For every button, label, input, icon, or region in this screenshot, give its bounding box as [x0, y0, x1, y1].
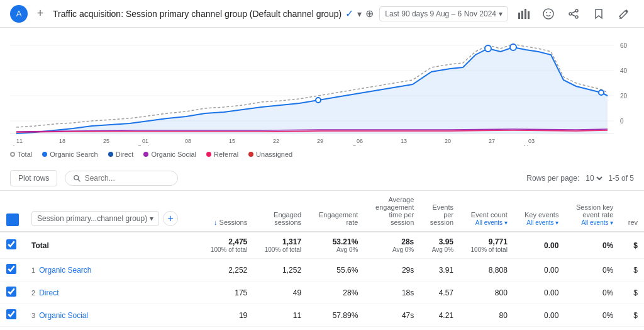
legend-total[interactable]: Total	[10, 151, 32, 158]
dimension-header: Session primary...channel group) ▾ +	[25, 191, 199, 232]
plot-rows-button[interactable]: Plot rows	[10, 170, 57, 186]
row-channel-label[interactable]: Organic Search	[39, 266, 91, 275]
row-sessions: 175	[199, 282, 253, 304]
total-checkbox[interactable]	[6, 239, 16, 249]
row-num: 2	[31, 289, 35, 297]
svg-point-41	[485, 45, 491, 52]
add-tab-button[interactable]: +	[33, 6, 48, 21]
row-key-events: 0.00	[514, 282, 565, 304]
svg-text:Aug: Aug	[12, 144, 22, 146]
row-event-count: 49	[460, 327, 514, 331]
row-label-cell: 4 Referral	[25, 327, 199, 331]
total-events-per-sub: Avg 0%	[426, 246, 453, 253]
session-key-rate-filter[interactable]: All events ▾	[581, 219, 613, 226]
svg-text:29: 29	[317, 138, 323, 144]
total-event-count-sub: 100% of total	[466, 246, 508, 253]
header-actions: Last 90 days 9 Aug – 6 Nov 2024 ▾	[379, 4, 634, 24]
smiley-icon	[542, 8, 555, 20]
total-event-count-cell: 9,771 100% of total	[460, 232, 514, 259]
date-range-text: Last 90 days 9 Aug – 6 Nov 2024	[385, 9, 496, 18]
row-checkbox-cell	[0, 304, 25, 327]
row-engaged: 11	[253, 304, 308, 327]
key-events-filter[interactable]: All events ▾	[526, 219, 558, 226]
share-icon	[567, 8, 580, 20]
svg-text:08: 08	[185, 138, 191, 144]
svg-text:01: 01	[142, 138, 148, 144]
legend-organic-social-label: Organic Social	[151, 151, 196, 158]
svg-text:Oct: Oct	[352, 144, 362, 146]
bookmark-icon	[592, 8, 605, 20]
edit-button[interactable]	[614, 4, 634, 24]
row-avg-time: 18s	[364, 282, 420, 304]
row-avg-time: 11s	[364, 327, 420, 331]
rows-per-page-select[interactable]: 10 25 50	[583, 173, 604, 183]
sessions-header: ↓ Sessions	[199, 191, 253, 232]
title-dropdown-icon[interactable]: ▾	[357, 9, 362, 19]
search-input[interactable]	[85, 174, 170, 183]
row-channel-label[interactable]: Organic Social	[39, 311, 88, 320]
legend-unassigned[interactable]: Unassigned	[248, 151, 292, 158]
svg-text:60: 60	[620, 42, 628, 49]
row-engagement-rate: 57.89%	[308, 304, 364, 327]
search-box[interactable]	[65, 171, 178, 186]
total-key-events: 0.00	[544, 241, 558, 250]
row-channel-label[interactable]: Direct	[39, 288, 58, 297]
page-title: Traffic acquisition: Session primary cha…	[53, 9, 341, 19]
svg-line-11	[572, 14, 575, 16]
total-event-count: 9,771	[489, 237, 508, 246]
chart-type-button[interactable]	[513, 4, 533, 24]
row-checkbox-3[interactable]	[6, 309, 16, 319]
bookmark-button[interactable]	[589, 4, 609, 24]
legend-organic-social[interactable]: Organic Social	[143, 151, 196, 158]
row-checkbox-2[interactable]	[6, 287, 16, 297]
legend-total-dot	[10, 152, 15, 157]
row-rev: $	[619, 259, 644, 282]
row-sessions: 19	[199, 304, 253, 327]
add-dimension-button[interactable]: +	[163, 211, 178, 226]
svg-point-42	[510, 44, 516, 50]
svg-point-4	[543, 9, 553, 19]
title-check-icon: ✓	[345, 8, 353, 20]
legend-organic-search[interactable]: Organic Search	[42, 151, 97, 158]
row-session-key-rate: 0%	[565, 327, 619, 331]
row-engaged: 4	[253, 327, 308, 331]
legend-referral[interactable]: Referral	[206, 151, 238, 158]
title-add-icon[interactable]: ⊕	[365, 8, 374, 20]
total-label-cell: Total	[25, 232, 199, 259]
time-series-chart: 60 40 20 0 11 Aug 18 25 01 Sept 08 15 22…	[10, 33, 634, 146]
total-avg-time-sub: Avg 0%	[370, 246, 414, 253]
svg-text:0: 0	[620, 118, 624, 125]
svg-text:11: 11	[16, 138, 23, 144]
legend-direct-dot	[108, 152, 113, 157]
row-event-count: 800	[460, 282, 514, 304]
row-events-per: 4.57	[420, 282, 460, 304]
svg-point-6	[550, 12, 551, 13]
event-count-filter[interactable]: All events ▾	[475, 219, 508, 226]
total-events-per-cell: 3.95 Avg 0%	[420, 232, 460, 259]
svg-text:06: 06	[357, 138, 363, 144]
row-sessions: 15	[199, 327, 253, 331]
share-button[interactable]	[564, 4, 584, 24]
total-avg-time: 28s	[401, 237, 414, 246]
total-checkbox-cell	[0, 232, 25, 259]
legend-organic-search-label: Organic Search	[50, 151, 97, 158]
data-table: Session primary...channel group) ▾ + ↓ S…	[0, 191, 644, 330]
legend-direct[interactable]: Direct	[108, 151, 134, 158]
svg-text:22: 22	[273, 138, 279, 144]
data-table-wrapper: Session primary...channel group) ▾ + ↓ S…	[0, 191, 644, 330]
row-checkbox-1[interactable]	[6, 264, 16, 274]
svg-text:Sept: Sept	[138, 144, 150, 146]
svg-point-9	[575, 16, 578, 18]
legend-organic-search-dot	[42, 152, 47, 157]
dimension-selector[interactable]: Session primary...channel group) ▾	[31, 211, 159, 226]
engaged-sessions-header: Engagedsessions	[253, 191, 308, 232]
select-all-checkbox[interactable]	[6, 213, 19, 226]
date-range-picker[interactable]: Last 90 days 9 Aug – 6 Nov 2024 ▾	[379, 6, 508, 21]
chart-legend: Total Organic Search Direct Organic Soci…	[10, 148, 634, 161]
smiley-button[interactable]	[538, 4, 558, 24]
row-key-events: 0.00	[514, 304, 565, 327]
svg-text:15: 15	[229, 138, 235, 144]
legend-referral-dot	[206, 152, 211, 157]
row-session-key-rate: 0%	[565, 259, 619, 282]
total-row: Total 2,475 100% of total 1,317 100% of …	[0, 232, 644, 259]
